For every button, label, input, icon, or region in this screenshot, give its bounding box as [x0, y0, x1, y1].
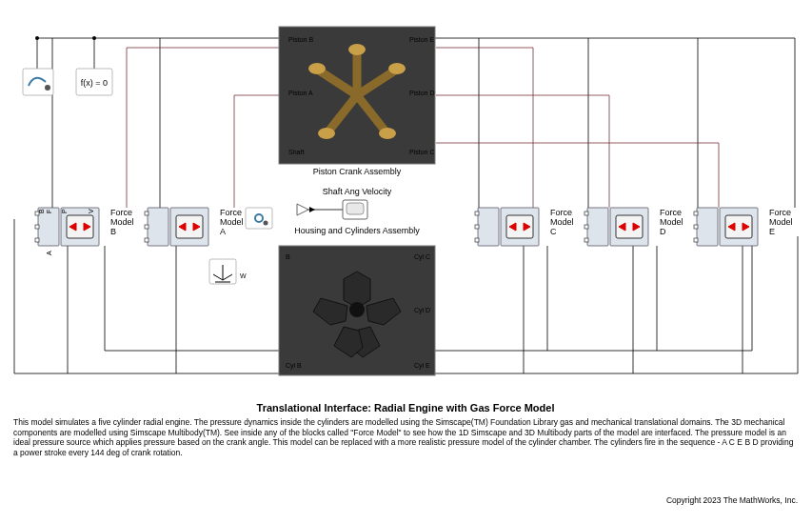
- housing-caption: Housing and Cylinders Assembly: [294, 226, 420, 235]
- svg-rect-57: [347, 203, 364, 214]
- svg-point-51: [348, 44, 366, 55]
- ps-simulink-converter-block[interactable]: [297, 204, 308, 215]
- svg-rect-40: [23, 69, 53, 95]
- piston-c-port-label: Piston C: [409, 149, 434, 155]
- shaft-ang-velocity-label: Shaft Ang Velocity: [323, 187, 392, 196]
- svg-point-4: [92, 36, 96, 40]
- fm-e-l1: Force: [769, 208, 791, 217]
- piston-e-port-label: Piston E: [409, 36, 434, 43]
- svg-text:B: B: [38, 209, 45, 213]
- svg-point-41: [45, 85, 50, 91]
- piston-d-port-label: Piston D: [409, 90, 434, 96]
- svg-point-67: [349, 302, 365, 317]
- housing-b-port: B: [286, 253, 290, 260]
- fm-d-l1: Force: [660, 208, 682, 217]
- svg-rect-58: [246, 208, 272, 229]
- scope-block[interactable]: [343, 200, 367, 219]
- cyl-e-port: Cyl E: [414, 362, 430, 370]
- shaft-port-label: Shaft: [288, 149, 304, 155]
- housing-cylinders-block[interactable]: B Cyl C Cyl D Cyl B Cyl E: [279, 246, 435, 375]
- fx-zero-block[interactable]: f(x) = 0: [76, 69, 112, 95]
- piston-a-port-label: Piston A: [288, 90, 313, 96]
- svg-point-3: [35, 36, 39, 40]
- svg-point-53: [379, 128, 396, 139]
- fm-b-l1: Force: [110, 208, 132, 217]
- fm-a-l2: Model: [220, 217, 244, 227]
- fx-zero-label: f(x) = 0: [81, 78, 108, 88]
- svg-text:V: V: [88, 209, 94, 213]
- piston-crank-assembly-block[interactable]: Piston B Piston E Piston A Piston D Shaf…: [279, 27, 435, 164]
- force-model-e-block[interactable]: [694, 208, 758, 246]
- fm-d-l3: D: [660, 227, 666, 236]
- svg-marker-55: [297, 204, 308, 215]
- fm-a-l3: A: [220, 227, 226, 236]
- piston-crank-caption: Piston Crank Assembly: [313, 167, 402, 176]
- svg-point-60: [264, 221, 268, 226]
- mechanism-config-block[interactable]: [246, 208, 272, 229]
- svg-point-54: [318, 128, 335, 139]
- fm-c-l2: Model: [550, 217, 574, 227]
- svg-point-50: [308, 63, 326, 74]
- fm-b-l3: B: [110, 227, 116, 236]
- svg-text:F: F: [46, 210, 52, 213]
- fm-c-l1: Force: [550, 208, 572, 217]
- fm-a-l1: Force: [220, 208, 242, 217]
- diagram-description: This model simulates a five cylinder rad…: [13, 417, 800, 458]
- world-w-label: W: [240, 272, 247, 279]
- svg-marker-39: [309, 207, 315, 212]
- cyl-b-port: Cyl B: [286, 362, 302, 370]
- world-frame-block[interactable]: W: [209, 259, 247, 284]
- svg-point-52: [388, 63, 406, 74]
- force-model-c-block[interactable]: [475, 208, 539, 246]
- solver-config-block[interactable]: [23, 69, 53, 95]
- fm-e-l2: Model: [769, 217, 793, 227]
- cyl-d-port: Cyl D: [414, 307, 430, 314]
- svg-text:A: A: [46, 251, 52, 255]
- piston-b-port-label: Piston B: [288, 36, 313, 43]
- fm-b-l2: Model: [110, 217, 134, 227]
- svg-text:P: P: [61, 209, 68, 213]
- force-model-d-block[interactable]: [584, 208, 648, 246]
- diagram-title: Translational Interface: Radial Engine w…: [257, 402, 555, 413]
- copyright-text: Copyright 2023 The MathWorks, Inc.: [666, 495, 798, 505]
- fm-e-l3: E: [769, 227, 775, 236]
- fm-d-l2: Model: [660, 217, 683, 227]
- force-model-a-block[interactable]: [145, 208, 208, 246]
- cyl-c-port: Cyl C: [414, 253, 430, 261]
- fm-c-l3: C: [550, 227, 557, 236]
